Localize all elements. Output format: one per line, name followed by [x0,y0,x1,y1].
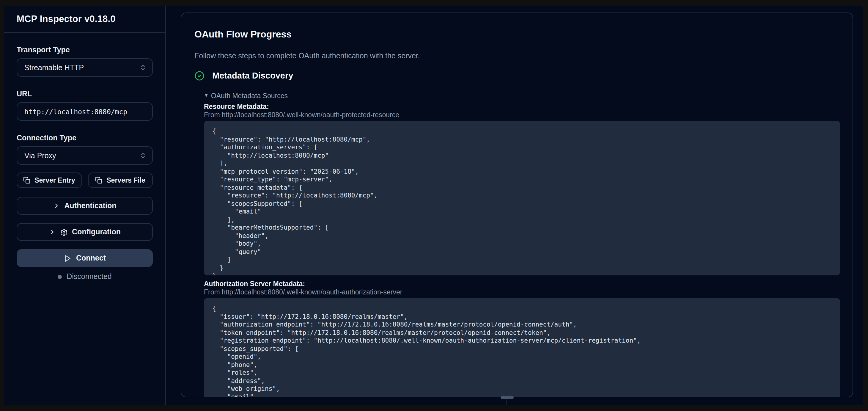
status-dot-icon [58,274,62,278]
main-pane: OAuth Flow Progress Follow these steps t… [166,6,863,405]
connection-type-select[interactable]: Via Proxy [17,146,153,165]
chevrons-up-down-icon [140,152,146,159]
configuration-toggle[interactable]: Configuration [17,223,153,241]
resource-metadata-label: Resource Metadata: [204,102,840,111]
servers-file-label: Servers File [106,177,145,184]
panel-resizer-handle[interactable] [501,396,514,399]
resource-metadata-source: From http://localhost:8080/.well-known/o… [204,111,840,119]
auth-server-metadata-label: Authorization Server Metadata: [204,280,840,288]
page-subtitle: Follow these steps to complete OAuth aut… [194,52,840,60]
authentication-label: Authentication [64,202,117,210]
check-circle-icon [194,70,205,81]
app-title: MCP Inspector v0.18.0 [17,14,116,24]
transport-type-value: Streamable HTTP [24,63,84,72]
url-label: URL [17,90,153,98]
page-title: OAuth Flow Progress [194,29,840,40]
auth-server-metadata-source: From http://localhost:8080/.well-known/o… [204,288,840,296]
connect-label: Connect [76,254,106,262]
chevron-right-icon [49,228,56,236]
oauth-metadata-sources-summary[interactable]: ▼ OAuth Metadata Sources [204,92,840,99]
gear-icon [60,228,68,236]
panel-resizer-line [181,397,863,397]
connection-status: Disconnected [17,272,153,281]
configuration-label: Configuration [72,228,121,236]
export-buttons-row: Server Entry Servers File [17,173,153,188]
oauth-flow-card: OAuth Flow Progress Follow these steps t… [181,12,853,397]
step-title: Metadata Discovery [212,69,293,82]
resource-metadata-json: { "resource": "http://localhost:8080/mcp… [204,121,840,275]
step-details: ▼ OAuth Metadata Sources Resource Metada… [204,92,840,397]
app-window: MCP Inspector v0.18.0 Transport Type Str… [4,6,863,405]
url-input[interactable]: http://localhost:8080/mcp [17,102,153,121]
status-text: Disconnected [67,272,112,281]
play-icon [64,254,71,262]
sidebar-header: MCP Inspector v0.18.0 [4,6,165,33]
servers-file-button[interactable]: Servers File [88,173,153,188]
sidebar: MCP Inspector v0.18.0 Transport Type Str… [4,6,166,405]
connection-type-label: Connection Type [17,134,153,142]
connect-button[interactable]: Connect [17,249,153,267]
sidebar-body: Transport Type Streamable HTTP URL http:… [4,46,165,281]
transport-type-label: Transport Type [17,46,153,54]
transport-type-select[interactable]: Streamable HTTP [17,58,153,77]
step-metadata-discovery: Metadata Discovery [194,69,840,82]
chevron-right-icon [53,202,60,209]
copy-icon [23,177,30,184]
auth-server-metadata-json: { "issuer": "http://172.18.0.16:8080/rea… [204,298,840,397]
oauth-flow-content: OAuth Flow Progress Follow these steps t… [181,13,852,397]
copy-icon [95,177,102,184]
screen-frame: MCP Inspector v0.18.0 Transport Type Str… [0,0,868,411]
summary-label: OAuth Metadata Sources [211,92,288,99]
panel-resizer-tick [506,399,507,405]
server-entry-label: Server Entry [34,177,75,184]
url-value: http://localhost:8080/mcp [24,107,127,116]
chevrons-up-down-icon [140,64,146,71]
authentication-toggle[interactable]: Authentication [17,197,153,215]
server-entry-button[interactable]: Server Entry [17,173,82,188]
connection-type-value: Via Proxy [24,151,56,160]
caret-down-icon: ▼ [204,92,209,99]
